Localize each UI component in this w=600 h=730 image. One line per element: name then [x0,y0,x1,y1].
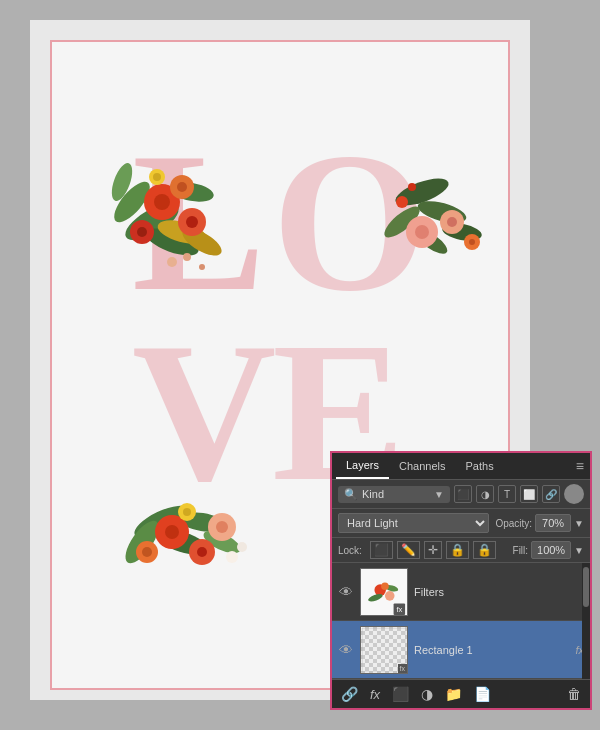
svg-point-10 [186,216,198,228]
svg-text:fx: fx [396,605,402,614]
svg-point-49 [237,542,247,552]
add-adjustment-icon[interactable]: ⬛ [389,684,412,704]
adjustment-filter-icon[interactable]: ◑ [476,485,494,503]
svg-point-32 [469,239,475,245]
lock-all-icon[interactable]: 🔒 [473,541,496,559]
filter-icons: ⬛ ◑ T ⬜ 🔗 [454,485,560,503]
layer-item-rectangle1[interactable]: 👁 fx Rectangle 1 fx [332,621,590,679]
svg-point-63 [381,582,389,590]
shape-filter-icon[interactable]: ⬜ [520,485,538,503]
svg-point-16 [183,253,191,261]
svg-point-19 [153,173,161,181]
lock-label: Lock: [338,545,362,556]
svg-point-15 [167,257,177,267]
lock-row: Lock: ⬛ ✏️ ✛ 🔒 🔒 Fill: 100% ▼ [332,538,590,563]
blend-mode-select[interactable]: NormalDissolveDarkenMultiplyColor BurnLi… [338,513,489,533]
panel-tabs: Layers Channels Paths ≡ [332,453,590,480]
fill-wrap: Fill: 100% ▼ [513,541,584,559]
flowers-bottom-left [102,442,282,622]
layers-list: 👁 fx Filters 👁 [332,563,590,679]
svg-point-60 [385,591,395,601]
search-icon: 🔍 [344,488,358,501]
type-filter-icon[interactable]: T [498,485,516,503]
flowers-top-right [342,132,502,312]
scroll-track [582,563,590,679]
link-icon[interactable]: 🔗 [338,684,361,704]
svg-point-43 [142,547,152,557]
opacity-dropdown[interactable]: ▼ [574,518,584,529]
pixel-filter-icon[interactable]: ⬛ [454,485,472,503]
svg-point-41 [197,547,207,557]
fill-dropdown[interactable]: ▼ [574,545,584,556]
blend-row: NormalDissolveDarkenMultiplyColor BurnLi… [332,509,590,538]
visibility-eye-rect1[interactable]: 👁 [338,642,354,658]
tab-channels[interactable]: Channels [389,454,455,478]
visibility-eye-filters[interactable]: 👁 [338,584,354,600]
svg-point-45 [216,521,228,533]
lock-image-icon[interactable]: ✏️ [397,541,420,559]
svg-point-14 [177,182,187,192]
opacity-wrap: Opacity: 70% ▼ [495,514,584,532]
search-input-wrap[interactable]: 🔍 ▼ [338,486,450,503]
search-row: 🔍 ▼ ⬛ ◑ T ⬜ 🔗 [332,480,590,509]
lock-icons: ⬛ ✏️ ✛ 🔒 🔒 [370,541,507,559]
layer-item-filters[interactable]: 👁 fx Filters [332,563,590,621]
svg-point-17 [199,264,205,270]
panel-toolbar: 🔗 fx ⬛ ◑ 📁 📄 🗑 [332,679,590,708]
lock-position-icon[interactable]: ✛ [424,541,442,559]
delete-layer-icon[interactable]: 🗑 [564,684,584,704]
lock-artboard-icon[interactable]: 🔒 [446,541,469,559]
svg-point-29 [396,196,408,208]
tab-layers[interactable]: Layers [336,453,389,479]
smart-filter-icon[interactable]: 🔗 [542,485,560,503]
scroll-thumb[interactable] [583,567,589,607]
fill-value[interactable]: 100% [531,541,571,559]
svg-point-30 [408,183,416,191]
fill-label: Fill: [513,545,529,556]
lock-transparency-icon[interactable]: ⬛ [370,541,393,559]
add-mask-icon[interactable]: ◑ [418,684,436,704]
opacity-label: Opacity: [495,518,532,529]
fx-icon[interactable]: fx [367,685,383,704]
svg-point-39 [165,525,179,539]
flowers-top-left [92,102,292,302]
filter-toggle[interactable] [564,484,584,504]
layer-thumb-filters: fx [360,568,408,616]
opacity-value[interactable]: 70% [535,514,571,532]
svg-point-48 [226,551,238,563]
layer-name-filters: Filters [414,586,584,598]
new-group-icon[interactable]: 📁 [442,684,465,704]
svg-point-47 [183,508,191,516]
tab-paths[interactable]: Paths [456,454,504,478]
svg-point-26 [415,225,429,239]
dropdown-arrow[interactable]: ▼ [434,489,444,500]
svg-point-8 [154,194,170,210]
kind-input[interactable] [362,488,430,500]
layer-name-rect1: Rectangle 1 [414,644,569,656]
svg-point-28 [447,217,457,227]
svg-point-12 [137,227,147,237]
layers-panel: Layers Channels Paths ≡ 🔍 ▼ ⬛ ◑ T ⬜ 🔗 No… [330,451,592,710]
panel-menu-icon[interactable]: ≡ [576,458,584,474]
layer-thumb-rect1: fx [360,626,408,674]
new-layer-icon[interactable]: 📄 [471,684,494,704]
